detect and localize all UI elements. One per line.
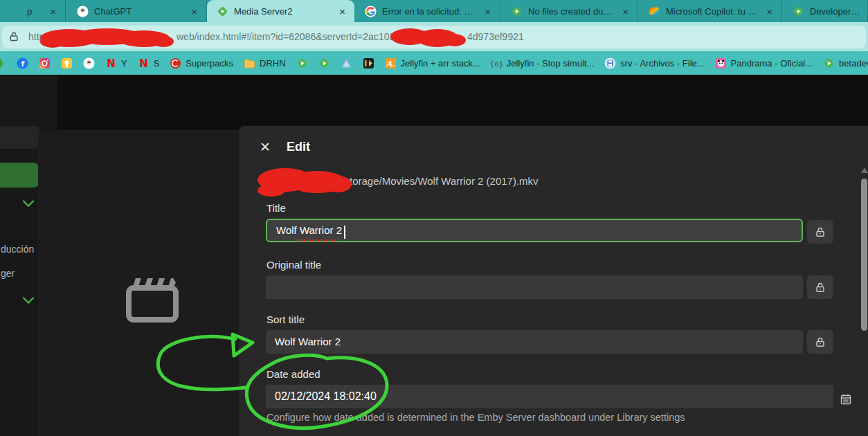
braces-icon: {o} — [491, 57, 503, 69]
emby-icon — [511, 6, 523, 17]
calendar-icon[interactable] — [840, 390, 852, 403]
svg-text:{o}: {o} — [491, 59, 503, 68]
dialog-scrollbar[interactable] — [860, 167, 868, 436]
emby-icon — [823, 57, 835, 69]
emby-icon — [296, 57, 308, 69]
tab-close-icon[interactable]: × — [48, 6, 58, 17]
tab-title: Error en la solicitud: 404 Cli — [382, 6, 477, 17]
sidebar-item[interactable] — [0, 126, 40, 149]
date-added-label: Date added — [266, 368, 320, 380]
lock-button[interactable] — [807, 275, 833, 299]
sort-title-label: Sort title — [266, 314, 305, 325]
browser-tab-developer-api-e[interactable]: Developer API - E — [783, 0, 868, 22]
bookmark-drhn[interactable]: DRHN — [244, 57, 286, 69]
tab-close-icon[interactable]: × — [620, 6, 631, 17]
browser-tab-media-server2[interactable]: Media Server2× — [207, 0, 354, 22]
none-icon — [10, 6, 21, 17]
scrollbar-up-arrow[interactable] — [861, 167, 868, 173]
bookmark-chatgpt[interactable]: * — [83, 57, 95, 69]
svg-text:*: * — [80, 6, 85, 17]
tab-close-icon[interactable]: × — [189, 6, 199, 17]
scrollbar-thumb[interactable] — [861, 179, 867, 331]
instagram-icon — [39, 57, 51, 69]
google-icon — [365, 6, 377, 17]
bookmark-emby[interactable] — [318, 57, 330, 69]
url-suffix: 4d973ef9921 — [467, 31, 524, 42]
sort-title-input[interactable]: Wolf Warrior 2 — [266, 330, 803, 354]
spellcheck-squiggle — [298, 239, 338, 242]
browser-tab-chatgpt[interactable]: *ChatGPT× — [67, 0, 207, 22]
circle-green-icon — [0, 57, 6, 69]
movie-clapper-icon — [125, 275, 180, 324]
address-bar-row: https web/index.html#!/item?id=62086&ser… — [0, 22, 868, 51]
bookmark-label: DRHN — [260, 58, 286, 69]
bookmark-yellow-app[interactable] — [61, 57, 73, 69]
emby-icon — [793, 6, 804, 17]
browser-tab-p[interactable]: p× — [0, 0, 66, 22]
url-prefix: https — [28, 31, 49, 42]
date-added-value: 02/12/2024 18:02:40 — [275, 390, 377, 402]
bookmark-facebook[interactable]: f — [17, 57, 28, 69]
sidebar-item-active[interactable] — [0, 163, 40, 188]
chatgpt-icon: * — [77, 6, 89, 17]
chevron-down-icon[interactable] — [22, 295, 35, 303]
lock-button[interactable] — [807, 220, 833, 244]
netflix-icon: N — [138, 57, 150, 69]
bookmark-prism[interactable] — [341, 57, 352, 69]
yellow-app-icon — [61, 57, 73, 69]
bookmark-circle-green[interactable] — [0, 57, 6, 69]
dialog-title: Edit — [287, 140, 310, 154]
browser-tab-error-en-la-solicitud-404-cli[interactable]: Error en la solicitud: 404 Cli× — [355, 0, 500, 22]
bookmark-jellyfin-stop-simult[interactable]: {o}Jellyfin - Stop simult... — [491, 57, 594, 69]
tab-title: No files created during live — [528, 6, 615, 17]
dark-grid-icon — [363, 57, 374, 69]
tab-title: p — [27, 6, 42, 17]
emby-icon — [217, 6, 228, 17]
bookmark-label: srv - Archivos - File... — [620, 58, 704, 69]
bookmark-dark-grid[interactable] — [363, 57, 374, 69]
bookmark-label: Jellyfin + arr stack... — [401, 58, 480, 69]
text-caret — [344, 226, 345, 239]
bookmark-srv-archivos-file[interactable]: srv - Archivos - File... — [604, 57, 704, 69]
bookmark-label: Y — [121, 58, 127, 69]
bookmark-instagram[interactable] — [39, 57, 51, 69]
panda-icon — [715, 57, 727, 69]
tab-title: Developer API - E — [810, 6, 860, 17]
title-input[interactable]: Wolf Warrior 2 — [266, 219, 803, 242]
bookmark-jellyfin-arr-stack[interactable]: A.Jellyfin + arr stack... — [385, 57, 480, 69]
bookmark-label: Pandrama - Oficial... — [731, 58, 813, 69]
chevron-down-icon[interactable] — [22, 198, 35, 206]
svg-text:N: N — [139, 57, 148, 69]
title-label: Title — [266, 202, 286, 214]
close-icon[interactable]: ✕ — [260, 140, 271, 154]
browser-tab-no-files-created-during-live[interactable]: No files created during live× — [501, 0, 638, 22]
claro-icon — [170, 57, 181, 69]
bookmarks-bar: f*NYNSSuperpacksDRHNA.Jellyfin + arr sta… — [0, 51, 868, 75]
bookmark-y[interactable]: NY — [105, 57, 127, 69]
address-bar[interactable]: https web/index.html#!/item?id=62086&ser… — [2, 26, 866, 48]
sidebar-label-manager[interactable]: ger — [1, 268, 15, 279]
original-title-input[interactable] — [266, 275, 803, 299]
svg-text:*: * — [87, 58, 91, 69]
lock-button[interactable] — [807, 330, 833, 354]
sidebar-label-produccion[interactable]: ducción — [1, 244, 34, 255]
sort-title-value: Wolf Warrior 2 — [275, 336, 341, 347]
date-added-input[interactable]: 02/12/2024 18:02:40 — [266, 385, 833, 408]
facebook-icon: f — [17, 57, 28, 69]
file-path: torage/Movies/Wolf Warrior 2 (2017).mkv — [350, 175, 539, 187]
svg-text:N: N — [107, 57, 116, 69]
tab-close-icon[interactable]: × — [337, 6, 347, 17]
netflix-icon: N — [105, 57, 117, 69]
bookmark-emby[interactable] — [296, 57, 308, 69]
date-added-helper-text: Configure how date added is determined i… — [266, 412, 685, 423]
bookmark-betadev-emby[interactable]: betadev.emby... — [823, 57, 868, 69]
tab-close-icon[interactable]: × — [482, 6, 493, 17]
tab-title: Microsoft Copilot: tu ayuda — [666, 6, 759, 17]
svg-text:A.: A. — [385, 59, 395, 68]
browser-tab-microsoft-copilot-tu-ayuda[interactable]: Microsoft Copilot: tu ayuda× — [639, 0, 782, 22]
tab-title: ChatGPT — [94, 6, 183, 17]
bookmark-superpacks[interactable]: Superpacks — [170, 57, 233, 69]
tab-close-icon[interactable]: × — [764, 6, 775, 17]
bookmark-s[interactable]: NS — [138, 57, 160, 69]
bookmark-pandrama-oficial[interactable]: Pandrama - Oficial... — [715, 57, 813, 69]
